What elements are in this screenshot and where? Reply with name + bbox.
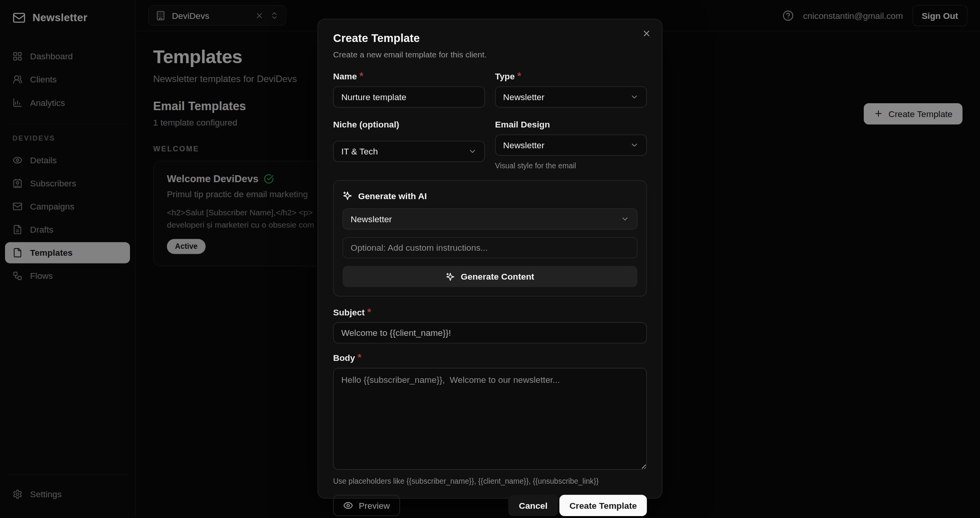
required-marker: * [359,71,363,82]
chevron-down-icon [630,141,639,149]
email-design-helper: Visual style for the email [495,161,647,170]
chevron-down-icon [630,92,639,101]
placeholders-hint: Use placeholders like {{subscriber_name}… [333,477,647,486]
niche-select[interactable]: IT & Tech [333,141,485,162]
required-marker: * [517,71,521,82]
create-template-modal: Create Template Create a new email templ… [317,19,663,499]
ai-instructions-input[interactable] [342,237,638,258]
email-design-label: Email Design [495,119,550,129]
modal-subtitle: Create a new email template for this cli… [333,50,647,59]
preview-button[interactable]: Preview [333,495,400,516]
chevron-down-icon [621,215,629,223]
app-root: Newsletter Dashboard Clients Analytics D… [0,0,980,518]
required-marker: * [367,307,371,317]
type-select[interactable]: Newsletter [495,86,647,107]
submit-create-template-button[interactable]: Create Template [559,495,647,516]
name-label: Name [333,71,357,81]
type-field-group: Type* Newsletter [495,71,647,108]
generate-with-ai-panel: Generate with AI Newsletter Generate Con… [333,180,647,297]
chevron-down-icon [468,147,477,156]
niche-label: Niche (optional) [333,119,399,129]
sparkles-icon [342,191,352,201]
type-label: Type [495,71,514,81]
subject-label: Subject [333,307,365,317]
required-marker: * [357,352,361,363]
modal-close-button[interactable] [642,29,651,38]
cancel-button[interactable]: Cancel [508,495,558,516]
subject-input[interactable] [333,322,647,344]
eye-icon [343,500,353,510]
body-field-group: Body* [333,352,647,473]
sparkles-icon [446,272,455,281]
modal-form-grid: Name* Type* Newsletter Niche (optional) … [333,71,647,170]
ai-type-select[interactable]: Newsletter [342,208,638,230]
email-design-select[interactable]: Newsletter [495,134,647,156]
modal-title: Create Template [333,32,647,45]
generate-content-button[interactable]: Generate Content [342,266,638,287]
name-input[interactable] [333,86,485,107]
ai-panel-title: Generate with AI [358,191,427,201]
subject-field-group: Subject* [333,307,647,344]
body-textarea[interactable] [333,368,647,470]
niche-field-group: Niche (optional) IT & Tech [333,119,485,170]
close-icon [642,29,651,38]
name-field-group: Name* [333,71,485,108]
body-label: Body [333,353,355,363]
email-design-field-group: Email Design Newsletter Visual style for… [495,119,647,170]
modal-footer: Preview Cancel Create Template [333,495,647,516]
